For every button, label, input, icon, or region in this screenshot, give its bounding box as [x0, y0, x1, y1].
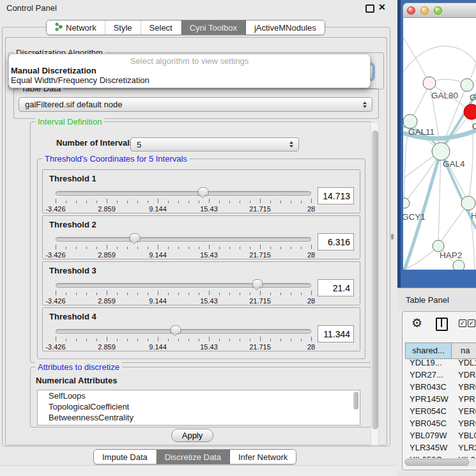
- table-panel-title: Table Panel: [406, 295, 449, 305]
- cell-shared-name: YBL079W: [405, 429, 452, 441]
- cell-shared-name: YBR045C: [405, 417, 452, 429]
- tick-label: 15.43: [200, 297, 218, 305]
- slider-tick-labels: -3.4262.8599.14415.4321.71528: [56, 343, 311, 351]
- cell-shared-name: YBR043C: [405, 381, 452, 393]
- attribute-item-topologicalcoefficient[interactable]: TopologicalCoefficient: [38, 401, 360, 412]
- popup-option-manual-discretization[interactable]: Manual Discretization: [9, 66, 370, 75]
- tab-cyni-toolbox[interactable]: Cyni Toolbox: [181, 20, 246, 35]
- network-node[interactable]: [453, 260, 464, 270]
- cell-name: YLR3: [452, 441, 476, 454]
- table-row[interactable]: YBR045CYBR0: [405, 417, 476, 429]
- tick-label: -3.426: [45, 205, 65, 213]
- slider-track[interactable]: [56, 191, 311, 196]
- list-scrollbar[interactable]: [353, 392, 358, 410]
- tab-label: jActiveMNodules: [254, 23, 316, 33]
- columns-icon[interactable]: [436, 318, 448, 331]
- checkbox-icon[interactable]: [459, 319, 466, 327]
- network-canvas[interactable]: GAL80GAGAL11CGAL4GCY1HHAP2: [403, 18, 476, 270]
- table-row[interactable]: YLR345WYLR3: [405, 441, 476, 454]
- close-traffic-icon[interactable]: [407, 6, 415, 15]
- network-edge[interactable]: [438, 203, 468, 246]
- tab-impute-data[interactable]: Impute Data: [94, 450, 157, 464]
- zoom-traffic-icon[interactable]: [434, 6, 442, 15]
- network-node[interactable]: [423, 77, 436, 89]
- bottom-tab-bar: Impute DataDiscretize DataInfer Network: [93, 449, 296, 464]
- popup-option-equal-width-frequency-discretization[interactable]: Equal Width/Frequency Discretization: [9, 75, 370, 85]
- checkbox-icon[interactable]: [468, 319, 475, 327]
- threshold-value-input[interactable]: [318, 233, 354, 250]
- tick-label: 2.859: [98, 251, 116, 259]
- numerical-attributes-list: SelfLoopsTopologicalCoefficientBetweenne…: [37, 390, 360, 426]
- table-row[interactable]: YPR145WYPR1: [405, 393, 476, 405]
- table-data-combo[interactable]: galFiltered.sif default node: [19, 97, 372, 112]
- tick-label: 9.144: [149, 297, 167, 305]
- tab-jactivemnodules[interactable]: jActiveMNodules: [246, 20, 325, 35]
- number-of-intervals-combo[interactable]: 5: [130, 137, 299, 151]
- close-icon[interactable]: [378, 2, 386, 12]
- network-node[interactable]: [403, 198, 410, 208]
- network-edge[interactable]: [403, 37, 429, 83]
- table-row[interactable]: YBL079WYBL0: [405, 429, 476, 441]
- threshold-slider: -3.4262.8599.14415.4321.71528: [56, 188, 311, 210]
- attribute-item-betweennesscentrality[interactable]: BetweennessCentrality: [38, 412, 360, 423]
- network-node[interactable]: [461, 79, 473, 91]
- float-window-icon[interactable]: [365, 4, 374, 13]
- tab-discretize-data[interactable]: Discretize Data: [157, 450, 230, 464]
- network-node[interactable]: [464, 104, 476, 119]
- network-window-titlebar[interactable]: [403, 3, 476, 18]
- network-node-label: GA: [470, 93, 476, 102]
- attribute-item-selfloops[interactable]: SelfLoops: [38, 390, 360, 401]
- table-row[interactable]: YDR27...YDR2: [405, 369, 476, 381]
- cell-name: YDL1: [452, 357, 476, 369]
- interval-definition-group: Interval Definition Number of Intervals …: [30, 121, 371, 363]
- threshold-value-input[interactable]: [318, 279, 354, 296]
- slider-track[interactable]: [56, 329, 311, 334]
- minimize-traffic-icon[interactable]: [420, 6, 429, 15]
- threshold-panel-1: Threshold 1-3.4262.8599.14415.4321.71528: [42, 169, 360, 213]
- slider-thumb[interactable]: [252, 279, 263, 288]
- tab-select[interactable]: Select: [141, 20, 181, 35]
- table-panel-body: shared... na YDL19...YDL1YDR27...YDR2YBR…: [402, 311, 476, 470]
- panel-scrollbar-thumb[interactable]: [372, 130, 378, 429]
- network-edge-thick[interactable]: [404, 151, 441, 270]
- splitter-handle[interactable]: [391, 234, 394, 240]
- table-row[interactable]: YER054CYER0: [405, 405, 476, 417]
- attributes-group-title: Attributes to discretize: [35, 362, 122, 372]
- network-node-label: GCY1: [403, 212, 426, 222]
- network-edge[interactable]: [404, 151, 441, 203]
- threshold-value-input[interactable]: [318, 325, 354, 342]
- network-node[interactable]: [461, 196, 475, 210]
- number-of-intervals-value: 5: [137, 140, 141, 150]
- table-row[interactable]: YDL19...YDL1: [405, 357, 476, 369]
- slider-thumb[interactable]: [197, 187, 208, 196]
- tab-style[interactable]: Style: [105, 20, 141, 35]
- tick-label: 15.43: [200, 343, 218, 351]
- slider-track[interactable]: [56, 237, 311, 242]
- tab-label: Style: [114, 23, 132, 33]
- tab-infer-network[interactable]: Infer Network: [230, 450, 296, 464]
- tick-label: 28: [307, 205, 315, 213]
- network-node-label: GAL80: [431, 91, 458, 100]
- algorithm-popup: Select algorithm to view settings Manual…: [8, 54, 371, 88]
- slider-thumb[interactable]: [129, 233, 140, 242]
- cell-shared-name: YLR345W: [405, 441, 452, 454]
- tab-label: Network: [66, 23, 96, 33]
- tick-label: 15.43: [200, 205, 218, 213]
- gear-icon[interactable]: [411, 316, 422, 330]
- slider-thumb[interactable]: [170, 325, 181, 334]
- network-edge[interactable]: [403, 46, 476, 72]
- slider-ticks: [56, 199, 311, 204]
- table-row[interactable]: YBR043CYBR0: [405, 381, 476, 393]
- slider-track[interactable]: [56, 283, 311, 288]
- network-node[interactable]: [432, 142, 450, 160]
- table-hscrollbar-track[interactable]: [404, 458, 476, 466]
- popup-placeholder: Select algorithm to view settings: [9, 56, 370, 66]
- network-edge[interactable]: [438, 151, 441, 246]
- table-hscrollbar-thumb[interactable]: [405, 459, 469, 466]
- tab-network[interactable]: Network: [47, 20, 105, 35]
- network-node-label: H: [471, 211, 476, 220]
- network-icon: [55, 22, 63, 33]
- apply-button[interactable]: Apply: [171, 429, 213, 442]
- threshold-value-input[interactable]: [318, 187, 354, 204]
- network-node[interactable]: [403, 114, 417, 128]
